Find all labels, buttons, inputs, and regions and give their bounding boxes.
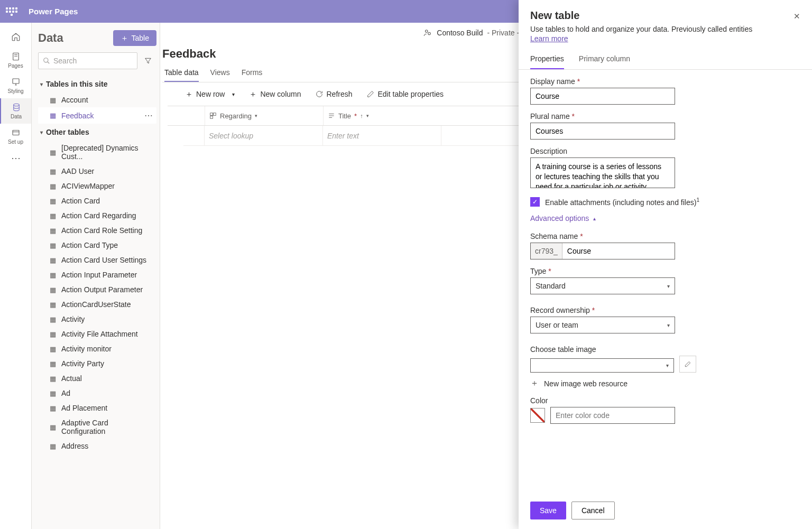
label-type: Type * xyxy=(530,267,800,275)
table-item[interactable]: ▦Action Card Regarding xyxy=(38,208,156,223)
table-item[interactable]: ▦Account xyxy=(38,92,156,107)
table-icon: ▦ xyxy=(50,389,56,397)
column-title[interactable]: Title * ↑ ▾ xyxy=(323,106,441,125)
chevron-down-icon: ▾ xyxy=(666,363,669,368)
table-item[interactable]: ▦Activity Party xyxy=(38,356,156,371)
svg-rect-3 xyxy=(13,131,19,135)
checkbox-checked-icon: ✓ xyxy=(530,197,540,207)
search-input[interactable]: Search xyxy=(38,52,137,69)
tab-properties[interactable]: Properties xyxy=(530,54,564,69)
table-item[interactable]: ▦Action Card xyxy=(38,193,156,208)
schema-prefix: cr793_ xyxy=(531,243,562,259)
panel-subtitle: Use tables to hold and organize your dat… xyxy=(530,25,800,33)
enable-attachments-checkbox[interactable]: ✓ Enable attachments (including notes an… xyxy=(530,197,800,207)
svg-point-4 xyxy=(44,58,48,62)
edit-properties-button[interactable]: Edit table properties xyxy=(364,89,446,99)
svg-rect-8 xyxy=(214,113,216,116)
table-icon: ▦ xyxy=(50,375,56,383)
table-icon: ▦ xyxy=(50,256,56,264)
table-icon: ▦ xyxy=(50,442,56,450)
panel-title: New table xyxy=(530,10,800,22)
edit-image-button[interactable] xyxy=(679,356,696,373)
rail-more[interactable]: ⋯ xyxy=(0,149,31,169)
table-item[interactable]: ▦Action Input Parameter xyxy=(38,267,156,282)
advanced-options-toggle[interactable]: Advanced options ▴ xyxy=(530,214,800,222)
table-item[interactable]: ▦AAD User xyxy=(38,164,156,179)
waffle-icon[interactable] xyxy=(5,5,18,18)
table-item[interactable]: ▦ActionCardUserState xyxy=(38,297,156,312)
description-input[interactable] xyxy=(530,157,675,188)
table-item[interactable]: ▦Action Output Parameter xyxy=(38,282,156,297)
table-item[interactable]: ▦Ad Placement xyxy=(38,401,156,415)
table-item[interactable]: ▦[Deprecated] Dynamics Cust... xyxy=(38,141,156,164)
table-item[interactable]: ▦Ad xyxy=(38,386,156,401)
more-icon[interactable]: ⋯ xyxy=(144,110,153,120)
table-icon: ▦ xyxy=(50,271,56,279)
rail-styling[interactable]: Styling xyxy=(0,73,31,98)
record-ownership-select[interactable]: User or team▾ xyxy=(530,317,675,333)
table-icon: ▦ xyxy=(50,182,56,190)
svg-point-5 xyxy=(426,30,428,33)
table-icon: ▦ xyxy=(50,112,56,119)
schema-name-input[interactable] xyxy=(562,243,675,259)
table-icon: ▦ xyxy=(50,360,56,368)
table-icon: ▦ xyxy=(50,404,56,412)
tab-primary-column[interactable]: Primary column xyxy=(579,54,630,69)
section-site-tables[interactable]: ▾ Tables in this site xyxy=(38,76,156,92)
table-item[interactable]: ▦Action Card Role Setting xyxy=(38,223,156,238)
svg-rect-9 xyxy=(210,116,213,119)
rail-setup[interactable]: Set up xyxy=(0,124,31,149)
table-icon: ▦ xyxy=(50,227,56,235)
rail-home[interactable] xyxy=(0,28,31,48)
table-item[interactable]: ▦Action Card Type xyxy=(38,238,156,253)
tab-views[interactable]: Views xyxy=(210,64,230,82)
new-image-button[interactable]: ＋ New image web resource xyxy=(530,378,800,389)
table-icon: ▦ xyxy=(50,242,56,249)
plus-icon: ＋ xyxy=(121,35,128,41)
table-item[interactable]: ▦Address xyxy=(38,439,156,453)
svg-point-2 xyxy=(13,104,19,106)
new-column-button[interactable]: ＋New column xyxy=(246,89,303,99)
close-icon[interactable]: ✕ xyxy=(793,12,800,21)
table-item[interactable]: ▦Activity File Attachment xyxy=(38,327,156,341)
refresh-button[interactable]: Refresh xyxy=(313,89,355,99)
cell-regarding[interactable]: Select lookup xyxy=(205,126,323,145)
label-schema-name: Schema name * xyxy=(530,232,800,240)
table-item[interactable]: ▦ACIViewMapper xyxy=(38,179,156,193)
choose-image-select[interactable]: ▾ xyxy=(530,358,674,373)
new-row-button[interactable]: ＋New row xyxy=(182,89,227,99)
table-item[interactable]: ▦Action Card User Settings xyxy=(38,253,156,267)
color-code-input[interactable] xyxy=(550,407,675,424)
table-icon: ▦ xyxy=(50,96,56,104)
chevron-down-icon: ▾ xyxy=(255,113,257,118)
rail-data[interactable]: Data xyxy=(0,98,31,124)
type-select[interactable]: Standard▾ xyxy=(530,277,675,294)
chevron-down-icon: ▾ xyxy=(667,322,670,328)
new-table-button[interactable]: ＋ Table xyxy=(113,30,156,46)
tab-table-data[interactable]: Table data xyxy=(164,64,199,82)
display-name-input[interactable] xyxy=(530,88,675,105)
table-item[interactable]: ▦Actual xyxy=(38,371,156,386)
cancel-button[interactable]: Cancel xyxy=(571,502,615,519)
new-row-dropdown[interactable]: ▾ xyxy=(230,90,237,98)
table-item[interactable]: ▦Feedback⋯ xyxy=(38,107,156,124)
plus-icon: ＋ xyxy=(248,90,257,98)
filter-icon[interactable] xyxy=(140,52,156,69)
save-button[interactable]: Save xyxy=(530,502,566,519)
table-item[interactable]: ▦Activity monitor xyxy=(38,341,156,356)
plus-icon: ＋ xyxy=(184,90,193,98)
table-item[interactable]: ▦Adaptive Card Configuration xyxy=(38,415,156,439)
chevron-down-icon: ▾ xyxy=(40,81,43,87)
nav-rail: Pages Styling Data Set up ⋯ xyxy=(0,23,32,529)
section-other-tables[interactable]: ▾ Other tables xyxy=(38,124,156,141)
cell-title[interactable]: Enter text xyxy=(323,126,441,145)
table-icon: ▦ xyxy=(50,301,56,309)
table-icon: ▦ xyxy=(50,423,56,431)
color-swatch[interactable] xyxy=(530,408,545,423)
tab-forms[interactable]: Forms xyxy=(242,64,263,82)
plural-name-input[interactable] xyxy=(530,123,675,140)
table-item[interactable]: ▦Activity xyxy=(38,312,156,327)
column-regarding[interactable]: Regarding ▾ xyxy=(205,106,323,125)
rail-pages[interactable]: Pages xyxy=(0,48,31,73)
learn-more-link[interactable]: Learn more xyxy=(530,34,568,43)
